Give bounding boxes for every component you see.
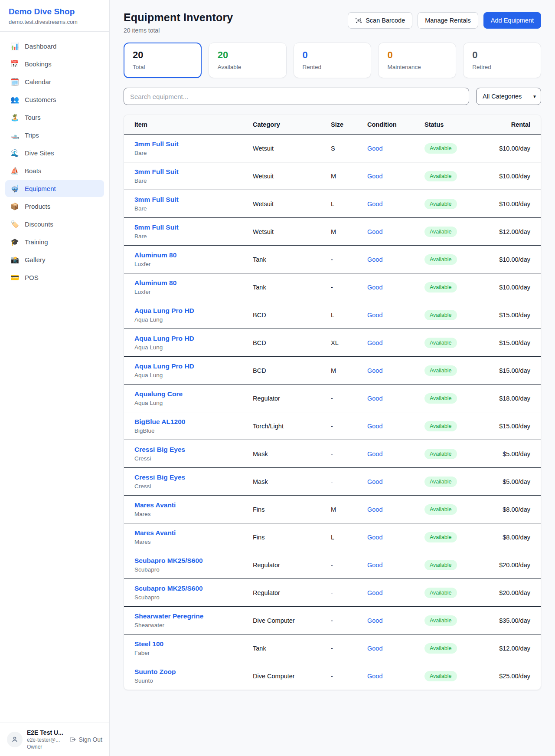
item-cell: Aqua Lung Pro HDAqua Lung [134, 307, 253, 323]
condition-link[interactable]: Good [367, 562, 382, 569]
item-name-link[interactable]: BigBlue AL1200 [134, 418, 253, 426]
item-cell: Cressi Big EyesCressi [134, 446, 253, 462]
sidebar-item-training[interactable]: 🎓Training [5, 233, 104, 250]
sign-out-button[interactable]: Sign Out [69, 736, 102, 743]
item-name-link[interactable]: 3mm Full Suit [134, 140, 253, 148]
condition-link[interactable]: Good [367, 228, 382, 235]
condition-link[interactable]: Good [367, 367, 382, 374]
manage-rentals-button[interactable]: Manage Rentals [418, 12, 478, 29]
calendar-icon: 🗓️ [10, 78, 19, 86]
size-cell: - [331, 617, 367, 624]
condition-link[interactable]: Good [367, 506, 382, 513]
size-cell: M [331, 367, 367, 374]
stat-card-total[interactable]: 20Total [124, 43, 202, 78]
item-name-link[interactable]: Scubapro MK25/S600 [134, 585, 253, 592]
condition-link[interactable]: Good [367, 617, 382, 624]
add-equipment-button[interactable]: Add Equipment [483, 12, 541, 29]
status-badge: Available [424, 254, 457, 265]
page-title: Equipment Inventory [124, 11, 233, 24]
condition-link[interactable]: Good [367, 450, 382, 457]
sidebar-item-customers[interactable]: 👥Customers [5, 91, 104, 108]
item-cell: Aluminum 80Luxfer [134, 279, 253, 295]
condition-link[interactable]: Good [367, 145, 382, 152]
condition-link[interactable]: Good [367, 423, 382, 430]
rental-price: $10.00/day [499, 256, 530, 263]
condition-link[interactable]: Good [367, 589, 382, 596]
sidebar-item-discounts[interactable]: 🏷️Discounts [5, 216, 104, 233]
rental-cell: $12.00/day [485, 644, 530, 652]
sidebar-item-products[interactable]: 📦Products [5, 198, 104, 215]
table-row: 3mm Full SuitBareWetsuitMGoodAvailable$1… [124, 162, 541, 190]
item-name-link[interactable]: Aqua Lung Pro HD [134, 307, 253, 315]
sidebar-item-pos[interactable]: 💳POS [5, 269, 104, 286]
logout-icon [69, 736, 76, 743]
condition-link[interactable]: Good [367, 256, 382, 263]
stat-card-maintenance[interactable]: 0Maintenance [378, 43, 456, 78]
status-badge: Available [424, 588, 457, 598]
scan-barcode-button[interactable]: Scan Barcode [348, 12, 412, 29]
stat-value: 20 [133, 49, 193, 61]
user-name: E2E Test U... [27, 729, 65, 736]
scan-barcode-label: Scan Barcode [366, 17, 405, 24]
condition-link[interactable]: Good [367, 478, 382, 485]
condition-link[interactable]: Good [367, 201, 382, 207]
rental-cell: $8.00/day [485, 533, 530, 541]
condition-link[interactable]: Good [367, 673, 382, 680]
status-cell: Available [424, 393, 485, 404]
stat-card-available[interactable]: 20Available [209, 43, 287, 78]
item-name-link[interactable]: Steel 100 [134, 640, 253, 648]
user-role: Owner [27, 744, 65, 750]
item-name-link[interactable]: Suunto Zoop [134, 668, 253, 676]
sidebar-item-equipment[interactable]: 🤿Equipment [5, 180, 104, 197]
item-name-link[interactable]: 3mm Full Suit [134, 196, 253, 204]
condition-link[interactable]: Good [367, 173, 382, 180]
sidebar-item-tours[interactable]: 🏝️Tours [5, 109, 104, 126]
condition-link[interactable]: Good [367, 284, 382, 291]
condition-cell: Good [367, 394, 424, 402]
sidebar-item-bookings[interactable]: 📅Bookings [5, 56, 104, 72]
sidebar-item-dive-sites[interactable]: 🌊Dive Sites [5, 145, 104, 161]
size-cell: - [331, 673, 367, 680]
rental-price: $10.00/day [499, 201, 530, 207]
condition-cell: Good [367, 672, 424, 680]
condition-link[interactable]: Good [367, 534, 382, 541]
category-select[interactable]: All Categories [476, 88, 541, 105]
search-input[interactable] [124, 88, 469, 105]
item-name-link[interactable]: Aqualung Core [134, 390, 253, 398]
condition-cell: Good [367, 644, 424, 652]
item-name-link[interactable]: Aqua Lung Pro HD [134, 335, 253, 342]
item-name-link[interactable]: Cressi Big Eyes [134, 473, 253, 481]
brand-title[interactable]: Demo Dive Shop [9, 7, 101, 16]
item-name-link[interactable]: Mares Avanti [134, 529, 253, 537]
sidebar-item-trips[interactable]: 🛥️Trips [5, 127, 104, 144]
sidebar-item-calendar[interactable]: 🗓️Calendar [5, 73, 104, 90]
item-name-link[interactable]: Aluminum 80 [134, 279, 253, 287]
item-name-link[interactable]: 3mm Full Suit [134, 168, 253, 176]
item-name-link[interactable]: Cressi Big Eyes [134, 446, 253, 454]
sidebar-item-dashboard[interactable]: 📊Dashboard [5, 38, 104, 55]
item-brand: Mares [134, 511, 253, 517]
condition-link[interactable]: Good [367, 339, 382, 346]
size-cell: L [331, 201, 367, 207]
item-name-link[interactable]: 5mm Full Suit [134, 224, 253, 231]
sidebar-nav: 📊Dashboard📅Bookings🗓️Calendar👥Customers🏝… [0, 32, 109, 291]
stat-card-rented[interactable]: 0Rented [294, 43, 372, 78]
condition-link[interactable]: Good [367, 645, 382, 652]
condition-link[interactable]: Good [367, 312, 382, 319]
rental-price: $12.00/day [499, 645, 530, 652]
item-cell: BigBlue AL1200BigBlue [134, 418, 253, 434]
stat-card-retired[interactable]: 0Retired [463, 43, 541, 78]
stat-label: Retired [472, 64, 532, 70]
stat-label: Available [218, 64, 278, 70]
sidebar-item-boats[interactable]: ⛵Boats [5, 162, 104, 179]
item-name-link[interactable]: Scubapro MK25/S600 [134, 557, 253, 565]
condition-link[interactable]: Good [367, 395, 382, 402]
sidebar-item-gallery[interactable]: 📸Gallery [5, 251, 104, 268]
rental-cell: $25.00/day [485, 672, 530, 680]
size-cell: M [331, 173, 367, 180]
status-cell: Available [424, 310, 485, 320]
item-name-link[interactable]: Aluminum 80 [134, 251, 253, 259]
item-name-link[interactable]: Aqua Lung Pro HD [134, 362, 253, 370]
item-name-link[interactable]: Mares Avanti [134, 501, 253, 509]
item-name-link[interactable]: Shearwater Peregrine [134, 612, 253, 620]
